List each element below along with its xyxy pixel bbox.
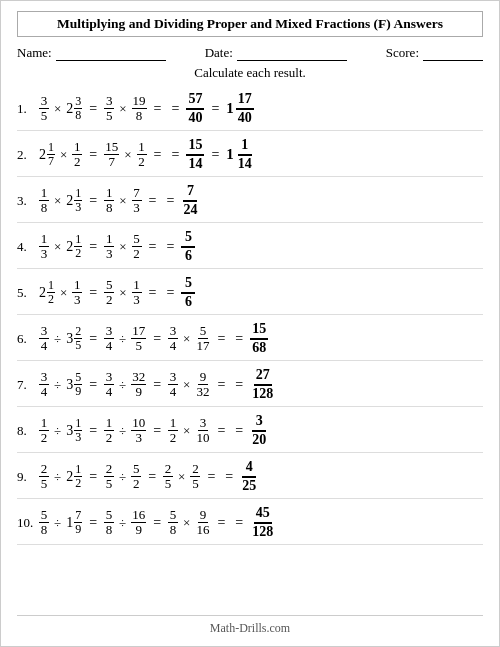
equals-sign: = bbox=[145, 469, 159, 485]
expression: 12÷313=12÷103=12×310==320 bbox=[39, 413, 483, 447]
fraction: 17 bbox=[47, 141, 55, 168]
numerator: 3 bbox=[39, 370, 49, 385]
mixed-number: 325 bbox=[66, 325, 82, 352]
expression: 34÷325=34÷175=34×517==1568 bbox=[39, 321, 483, 355]
numerator: 2 bbox=[74, 325, 82, 339]
denominator: 3 bbox=[134, 431, 144, 445]
equals-sign: = bbox=[150, 377, 164, 393]
equals-sign: = bbox=[86, 101, 100, 117]
numerator: 1 bbox=[47, 141, 55, 155]
numerator: 1 bbox=[74, 417, 82, 431]
denominator: 2 bbox=[72, 155, 82, 169]
fraction: 13 bbox=[74, 187, 82, 214]
problem-number: 5. bbox=[17, 285, 39, 301]
numerator: 3 bbox=[74, 95, 82, 109]
denominator: 4 bbox=[168, 385, 178, 399]
page: Multiplying and Dividing Proper and Mixe… bbox=[0, 0, 500, 647]
equals-sign: = bbox=[86, 147, 100, 163]
equals-sign: = bbox=[86, 285, 100, 301]
denominator: 7 bbox=[107, 155, 117, 169]
operator: ÷ bbox=[118, 515, 127, 531]
numerator: 2 bbox=[39, 462, 49, 477]
footer: Math-Drills.com bbox=[17, 615, 483, 636]
equals-sign: = bbox=[86, 331, 100, 347]
numerator: 1 bbox=[132, 278, 142, 293]
denominator: 4 bbox=[39, 339, 49, 353]
problem-number: 7. bbox=[17, 377, 39, 393]
equals-sign: = bbox=[214, 515, 228, 531]
answer-denominator: 24 bbox=[181, 202, 199, 218]
denominator: 2 bbox=[74, 477, 82, 490]
equals-sign: = bbox=[208, 101, 222, 117]
numerator: 1 bbox=[74, 463, 82, 477]
operator: × bbox=[59, 285, 68, 301]
problem-number: 9. bbox=[17, 469, 39, 485]
denominator: 4 bbox=[39, 385, 49, 399]
answer-mixed: 11740 bbox=[226, 91, 254, 125]
numerator: 5 bbox=[104, 278, 114, 293]
denominator: 2 bbox=[39, 431, 49, 445]
equals-sign: = bbox=[86, 515, 100, 531]
denominator: 5 bbox=[39, 477, 49, 491]
problem-number: 10. bbox=[17, 515, 39, 531]
problem-row: 1.35×238=35×198==5740=11740 bbox=[17, 87, 483, 131]
operator: ÷ bbox=[118, 377, 127, 393]
whole-part: 3 bbox=[66, 377, 73, 393]
problem-row: 3.18×213=18×73==724 bbox=[17, 179, 483, 223]
equals-sign: = bbox=[232, 423, 246, 439]
numerator: 5 bbox=[168, 508, 178, 523]
fraction: 12 bbox=[47, 279, 55, 306]
answer-fraction: 56 bbox=[181, 275, 195, 309]
fraction: 12 bbox=[104, 416, 114, 446]
answer-numerator: 27 bbox=[254, 367, 272, 385]
numerator: 1 bbox=[168, 416, 178, 431]
expression: 34÷359=34÷329=34×932==27128 bbox=[39, 367, 483, 401]
header-row: Name: Date: Score: bbox=[17, 44, 483, 61]
fraction: 157 bbox=[104, 140, 119, 170]
fraction: 52 bbox=[132, 232, 142, 262]
fraction: 34 bbox=[104, 324, 114, 354]
denominator: 2 bbox=[132, 247, 142, 261]
expression: 35×238=35×198==5740=11740 bbox=[39, 91, 483, 125]
answer-numerator: 57 bbox=[186, 91, 204, 109]
operator: ÷ bbox=[53, 469, 62, 485]
answer-numerator: 5 bbox=[181, 275, 195, 293]
equals-sign: = bbox=[232, 331, 246, 347]
fraction: 18 bbox=[104, 186, 114, 216]
problem-number: 1. bbox=[17, 101, 39, 117]
denominator: 8 bbox=[104, 523, 114, 537]
operator: × bbox=[182, 515, 191, 531]
whole-part: 3 bbox=[66, 423, 73, 439]
answer-fraction: 114 bbox=[236, 137, 254, 171]
answer-fraction: 1568 bbox=[250, 321, 268, 355]
fraction: 169 bbox=[131, 508, 146, 538]
problems-container: 1.35×238=35×198==5740=117402.217×12=157×… bbox=[17, 87, 483, 607]
denominator: 2 bbox=[104, 431, 114, 445]
answer-denominator: 128 bbox=[250, 524, 275, 540]
problem-row: 6.34÷325=34÷175=34×517==1568 bbox=[17, 317, 483, 361]
equals-sign: = bbox=[86, 469, 100, 485]
denominator: 3 bbox=[132, 293, 142, 307]
problem-row: 5.212×13=52×13==56 bbox=[17, 271, 483, 315]
operator: × bbox=[182, 423, 191, 439]
answer-numerator: 4 bbox=[242, 459, 256, 477]
operator: × bbox=[177, 469, 186, 485]
answer-denominator: 20 bbox=[250, 432, 268, 448]
mixed-number: 212 bbox=[39, 279, 55, 306]
numerator: 1 bbox=[72, 278, 82, 293]
numerator: 1 bbox=[74, 233, 82, 247]
numerator: 10 bbox=[131, 416, 146, 431]
denominator: 2 bbox=[131, 477, 141, 491]
numerator: 16 bbox=[131, 508, 146, 523]
numerator: 1 bbox=[39, 232, 49, 247]
numerator: 1 bbox=[104, 186, 114, 201]
equals-sign: = bbox=[214, 377, 228, 393]
numerator: 32 bbox=[131, 370, 146, 385]
instruction: Calculate each result. bbox=[17, 65, 483, 81]
fraction: 25 bbox=[39, 462, 49, 492]
equals-sign: = bbox=[204, 469, 218, 485]
operator: ÷ bbox=[53, 515, 62, 531]
fraction: 25 bbox=[190, 462, 200, 492]
whole-part: 1 bbox=[66, 515, 73, 531]
whole-part: 2 bbox=[66, 193, 73, 209]
